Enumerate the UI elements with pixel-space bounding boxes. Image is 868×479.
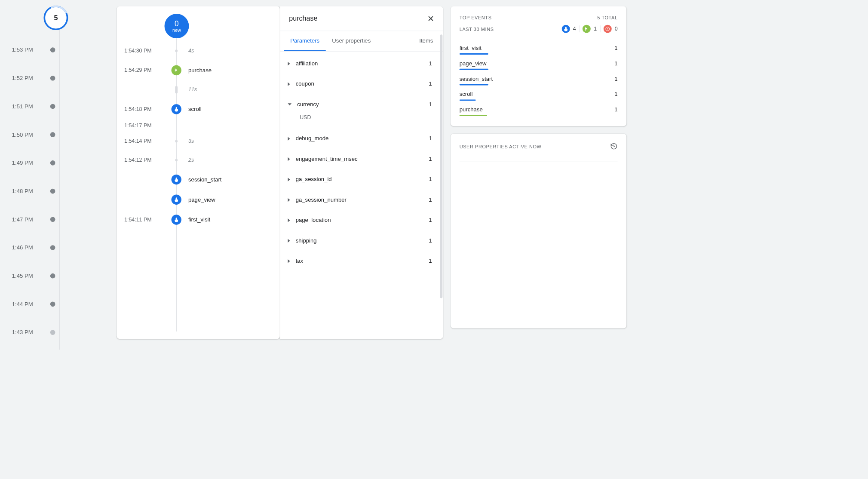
minute-dot: [50, 245, 55, 250]
gap-duration: 11s: [188, 86, 197, 93]
parameter-row[interactable]: debug_mode 1: [280, 129, 443, 149]
history-icon[interactable]: [610, 142, 618, 151]
parameter-row[interactable]: ga_session_id 1: [280, 169, 443, 189]
minute-label: 1:53 PM: [3, 46, 37, 53]
minute-dot: [50, 189, 55, 194]
minute-row[interactable]: 1:52 PM: [3, 64, 109, 92]
minute-label: 1:52 PM: [3, 75, 37, 81]
parameter-row[interactable]: ga_session_number 1: [280, 190, 443, 210]
stream-event-row[interactable]: 1:54:11 PM first_visit: [124, 210, 273, 230]
top-event-count: 1: [614, 60, 617, 67]
tab-parameters[interactable]: Parameters: [284, 31, 326, 51]
minute-row[interactable]: 1:46 PM: [3, 233, 109, 262]
top-event-bar: [460, 115, 487, 116]
top-event-row[interactable]: scroll 1: [460, 86, 618, 101]
top-event-bar: [460, 99, 476, 101]
top-event-row[interactable]: first_visit 1: [460, 40, 618, 55]
parameter-row[interactable]: tax 1: [280, 251, 443, 271]
gap-marker: [175, 159, 178, 161]
chevron-right-icon: [288, 82, 290, 86]
top-event-row[interactable]: purchase 1: [460, 102, 618, 116]
chevron-down-icon: [288, 103, 291, 105]
top-event-row[interactable]: session_start 1: [460, 71, 618, 86]
parameter-count: 1: [429, 81, 432, 87]
top-event-row[interactable]: page_view 1: [460, 56, 618, 70]
minute-row[interactable]: 1:48 PM: [3, 177, 109, 206]
stream-event-row[interactable]: 1:54:18 PM scroll: [124, 99, 273, 120]
minute-row[interactable]: 1:43 PM: [3, 318, 109, 347]
svg-rect-1: [607, 28, 607, 29]
stream-head[interactable]: 0 new: [165, 14, 189, 38]
parameter-row[interactable]: engagement_time_msec 1: [280, 149, 443, 169]
parameter-name: tax: [296, 258, 429, 264]
parameter-count: 1: [429, 135, 432, 142]
parameter-name: engagement_time_msec: [296, 156, 429, 162]
parameter-count: 1: [429, 101, 432, 107]
minute-dot: [50, 302, 55, 307]
tap-icon: [172, 104, 181, 114]
stream-event-row[interactable]: 1:54:29 PM purchase: [124, 60, 273, 80]
minute-row[interactable]: 1:47 PM: [3, 205, 109, 233]
minute-row[interactable]: 1:49 PM: [3, 149, 109, 177]
close-icon[interactable]: ✕: [427, 15, 434, 23]
top-event-name: session_start: [460, 76, 493, 82]
top-event-name: scroll: [460, 91, 473, 98]
gap-marker: [175, 140, 178, 143]
tap-icon: [172, 195, 181, 205]
stream-time: 1:54:29 PM: [124, 67, 168, 74]
minute-dot: [50, 132, 55, 137]
parameter-name: shipping: [296, 237, 429, 244]
minute-row[interactable]: 1:44 PM: [3, 290, 109, 319]
minute-row[interactable]: 1:51 PM: [3, 92, 109, 121]
tab-items[interactable]: Items: [413, 31, 439, 51]
gap-duration: 3s: [188, 138, 194, 144]
parameter-name: currency: [297, 101, 429, 107]
minute-dot: [50, 76, 55, 81]
chevron-right-icon: [288, 218, 290, 222]
stream-event-row[interactable]: session_start: [124, 169, 273, 190]
parameter-name: ga_session_number: [296, 197, 429, 203]
parameter-name: coupon: [296, 81, 429, 87]
gap-marker: [175, 86, 178, 94]
parameter-list[interactable]: affiliation 1 coupon 1 currency 1USD deb…: [280, 52, 443, 339]
tap-icon: [172, 215, 181, 224]
minute-dot: [50, 160, 55, 166]
top-event-count: 1: [614, 76, 617, 82]
parameter-count: 1: [429, 237, 432, 244]
top-event-bar: [460, 69, 488, 70]
stream-event-name: page_view: [188, 197, 215, 203]
parameter-count: 1: [429, 217, 432, 223]
minute-row[interactable]: 1:45 PM: [3, 262, 109, 290]
parameter-row[interactable]: currency 1: [280, 94, 443, 114]
user-properties-title: USER PROPERTIES ACTIVE NOW: [460, 144, 542, 149]
stream-event-row[interactable]: page_view: [124, 190, 273, 210]
stream-time: 1:54:17 PM: [124, 123, 168, 129]
parameter-row[interactable]: shipping 1: [280, 230, 443, 251]
tap-icon: [172, 175, 181, 184]
parameter-row[interactable]: affiliation 1: [280, 53, 443, 74]
stream-gap-row: 1:54:14 PM 3s: [124, 132, 273, 151]
parameter-count: 1: [429, 258, 432, 264]
legend-blue-count: 4: [573, 26, 576, 32]
parameter-count: 1: [429, 156, 432, 162]
parameter-row[interactable]: coupon 1: [280, 74, 443, 94]
minute-label: 1:48 PM: [3, 188, 37, 194]
stream-head-sub: new: [172, 27, 181, 32]
minute-row[interactable]: 1:53 PM: [3, 36, 109, 64]
stream-time: 1:54:12 PM: [124, 157, 168, 163]
tab-user-properties[interactable]: User properties: [326, 31, 377, 51]
minute-timeline-panel: 5 1:53 PM 1:52 PM 1:51 PM 1:50 PM 1:49 P…: [3, 0, 109, 350]
scrollbar[interactable]: [440, 34, 442, 298]
top-event-count: 1: [614, 45, 617, 51]
parameter-name: page_location: [296, 217, 429, 223]
legend-green-count: 1: [594, 26, 597, 32]
parameter-row[interactable]: page_location 1: [280, 210, 443, 230]
stream-head-count: 0: [175, 20, 179, 28]
minute-label: 1:45 PM: [3, 273, 37, 279]
top-event-name: purchase: [460, 106, 483, 113]
gap-marker: [175, 49, 178, 52]
minute-row[interactable]: 1:50 PM: [3, 120, 109, 149]
stream-event-name: session_start: [188, 176, 221, 183]
chevron-right-icon: [288, 157, 290, 161]
minute-head-count[interactable]: 5: [43, 6, 68, 30]
